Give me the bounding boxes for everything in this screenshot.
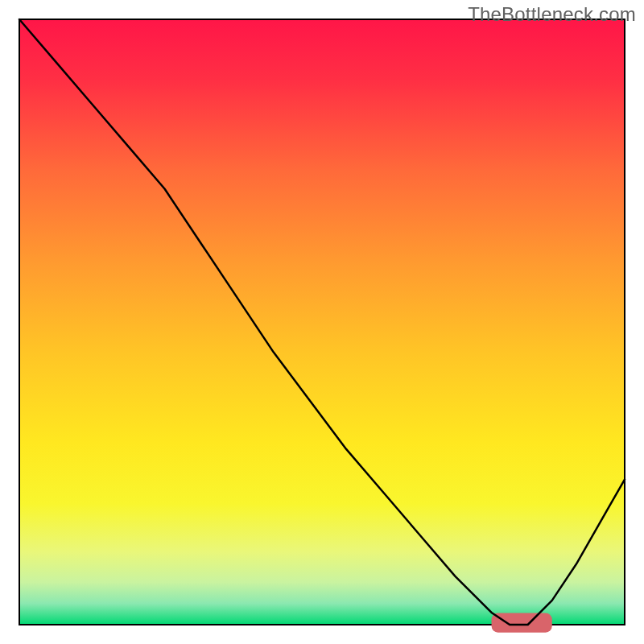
watermark-text: TheBottleneck.com xyxy=(468,3,636,26)
bottleneck-chart xyxy=(0,0,644,644)
optimum-marker-bar xyxy=(492,613,552,633)
chart-root: TheBottleneck.com xyxy=(0,0,644,644)
chart-background xyxy=(19,19,625,625)
